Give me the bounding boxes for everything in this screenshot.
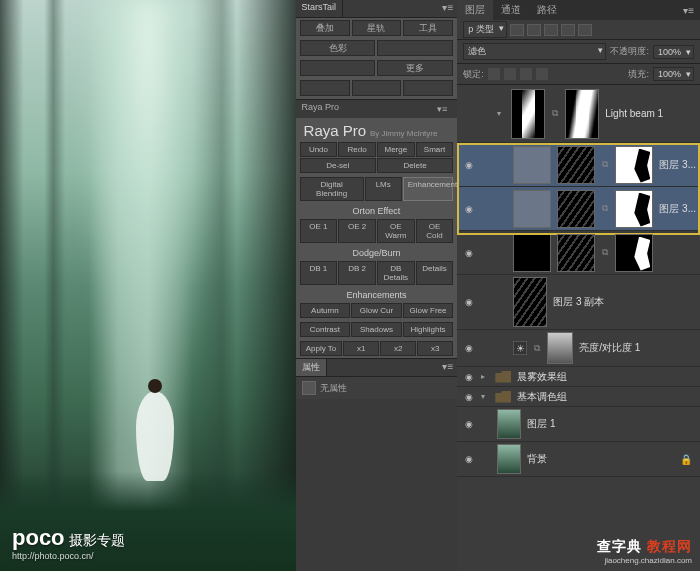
desel-button[interactable]: De-sel bbox=[300, 158, 376, 173]
layer-kind-select[interactable]: p 类型 bbox=[463, 21, 507, 38]
shadows-button[interactable]: Shadows bbox=[351, 322, 402, 337]
panel-menu-icon[interactable]: ▾≡ bbox=[438, 0, 457, 17]
details-button[interactable]: Details bbox=[416, 261, 454, 285]
layer-name[interactable]: 晨雾效果组 bbox=[517, 370, 567, 384]
delete-button[interactable]: Delete bbox=[377, 158, 453, 173]
filter-adj-icon[interactable] bbox=[527, 24, 541, 36]
layer-row[interactable]: ⧉ bbox=[457, 231, 700, 275]
layer-name[interactable]: 图层 3... bbox=[659, 158, 696, 172]
layer-thumb[interactable] bbox=[511, 89, 545, 139]
visibility-toggle[interactable] bbox=[463, 453, 475, 465]
mask-thumb[interactable] bbox=[615, 190, 653, 228]
mask-thumb[interactable] bbox=[615, 234, 653, 272]
undo-button[interactable]: Undo bbox=[300, 142, 338, 157]
panel-menu-icon[interactable]: ▾≡ bbox=[433, 102, 451, 116]
panel-menu-icon[interactable]: ▾≡ bbox=[677, 3, 700, 18]
blend-mode-select[interactable]: 滤色 bbox=[463, 43, 606, 60]
oecold-button[interactable]: OE Cold bbox=[416, 219, 454, 243]
visibility-toggle[interactable] bbox=[463, 159, 475, 171]
layer-name[interactable]: 图层 1 bbox=[527, 417, 555, 431]
layer-row[interactable]: 背景 🔒 bbox=[457, 442, 700, 477]
filter-smart-icon[interactable] bbox=[578, 24, 592, 36]
layer-thumb[interactable] bbox=[513, 277, 547, 327]
collapse-arrow-icon[interactable]: ▾ bbox=[497, 109, 505, 118]
enhancements-button[interactable]: Enhancements bbox=[403, 177, 454, 201]
layer-row[interactable]: ⧉ 亮度/对比度 1 bbox=[457, 330, 700, 367]
dbdetails-button[interactable]: DB Details bbox=[377, 261, 415, 285]
visibility-toggle[interactable] bbox=[463, 247, 475, 259]
layer-row[interactable]: ▾ ⧉ Light beam 1 bbox=[457, 85, 700, 143]
lock-transparent-icon[interactable] bbox=[488, 68, 500, 80]
layer-thumb[interactable] bbox=[513, 234, 551, 272]
visibility-toggle[interactable] bbox=[463, 418, 475, 430]
digital-blending-button[interactable]: Digital Blending bbox=[300, 177, 364, 201]
st-btn[interactable]: 更多 bbox=[377, 60, 453, 76]
highlights-button[interactable]: Highlights bbox=[403, 322, 454, 337]
mask-thumb[interactable] bbox=[547, 332, 573, 364]
layer-thumb[interactable] bbox=[497, 444, 521, 474]
st-tab-tools[interactable]: 工具 bbox=[403, 20, 453, 36]
visibility-toggle[interactable] bbox=[463, 342, 475, 354]
x1-button[interactable]: x1 bbox=[343, 341, 379, 356]
visibility-toggle[interactable] bbox=[463, 371, 475, 383]
mask-thumb[interactable] bbox=[565, 89, 599, 139]
starstail-tab[interactable]: StarsTail bbox=[296, 0, 344, 17]
tab-layers[interactable]: 图层 bbox=[457, 0, 493, 20]
st-btn[interactable] bbox=[300, 80, 350, 96]
redo-button[interactable]: Redo bbox=[338, 142, 376, 157]
opacity-input[interactable]: 100% bbox=[653, 45, 694, 59]
layer-name[interactable]: 图层 3 副本 bbox=[553, 295, 604, 309]
collapse-arrow-icon[interactable]: ▾ bbox=[481, 392, 489, 401]
st-btn[interactable] bbox=[352, 80, 402, 96]
layer-name[interactable]: Light beam 1 bbox=[605, 108, 663, 119]
db2-button[interactable]: DB 2 bbox=[338, 261, 376, 285]
layer-name[interactable]: 亮度/对比度 1 bbox=[579, 341, 640, 355]
st-tab-startrail[interactable]: 星轨 bbox=[352, 20, 402, 36]
st-tab-overlay[interactable]: 叠加 bbox=[300, 20, 350, 36]
panel-menu-icon[interactable]: ▾≡ bbox=[438, 359, 457, 376]
smart-button[interactable]: Smart bbox=[416, 142, 454, 157]
layer-thumb[interactable] bbox=[513, 146, 551, 184]
oe2-button[interactable]: OE 2 bbox=[338, 219, 376, 243]
visibility-toggle[interactable] bbox=[463, 296, 475, 308]
x2-button[interactable]: x2 bbox=[380, 341, 416, 356]
x3-button[interactable]: x3 bbox=[417, 341, 453, 356]
oewarm-button[interactable]: OE Warm bbox=[377, 219, 415, 243]
layer-thumb[interactable] bbox=[513, 190, 551, 228]
layer-thumb2[interactable] bbox=[557, 190, 595, 228]
layer-thumb[interactable] bbox=[497, 409, 521, 439]
layer-row[interactable]: 图层 3 副本 bbox=[457, 275, 700, 330]
visibility-toggle[interactable] bbox=[463, 108, 475, 120]
layer-name[interactable]: 图层 3... bbox=[659, 202, 696, 216]
layer-name[interactable]: 基本调色组 bbox=[517, 390, 567, 404]
st-btn[interactable] bbox=[377, 40, 453, 56]
glowcur-button[interactable]: Glow Cur bbox=[351, 303, 402, 318]
layer-name[interactable]: 背景 bbox=[527, 452, 547, 466]
filter-type-icon[interactable] bbox=[544, 24, 558, 36]
lock-position-icon[interactable] bbox=[520, 68, 532, 80]
contrast-button[interactable]: Contrast bbox=[300, 322, 351, 337]
layer-row[interactable]: ⧉ 图层 3... bbox=[457, 187, 700, 231]
filter-pixel-icon[interactable] bbox=[510, 24, 524, 36]
merge-button[interactable]: Merge bbox=[377, 142, 415, 157]
layer-thumb2[interactable] bbox=[557, 234, 595, 272]
st-btn[interactable]: 色彩 bbox=[300, 40, 376, 56]
db1-button[interactable]: DB 1 bbox=[300, 261, 338, 285]
layer-group-row[interactable]: ▸ 晨雾效果组 bbox=[457, 367, 700, 387]
properties-tab[interactable]: 属性 bbox=[296, 359, 327, 376]
mask-thumb[interactable] bbox=[615, 146, 653, 184]
lock-all-icon[interactable] bbox=[536, 68, 548, 80]
visibility-toggle[interactable] bbox=[463, 391, 475, 403]
lms-button[interactable]: LMs bbox=[365, 177, 402, 201]
layer-row[interactable]: 图层 1 bbox=[457, 407, 700, 442]
fill-input[interactable]: 100% bbox=[653, 67, 694, 81]
glowfree-button[interactable]: Glow Free bbox=[403, 303, 454, 318]
lock-image-icon[interactable] bbox=[504, 68, 516, 80]
applyto-button[interactable]: Apply To bbox=[300, 341, 343, 356]
st-btn[interactable] bbox=[403, 80, 453, 96]
st-btn[interactable] bbox=[300, 60, 376, 76]
tab-channels[interactable]: 通道 bbox=[493, 0, 529, 20]
visibility-toggle[interactable] bbox=[463, 203, 475, 215]
layer-group-row[interactable]: ▾ 基本调色组 bbox=[457, 387, 700, 407]
expand-arrow-icon[interactable]: ▸ bbox=[481, 372, 489, 381]
